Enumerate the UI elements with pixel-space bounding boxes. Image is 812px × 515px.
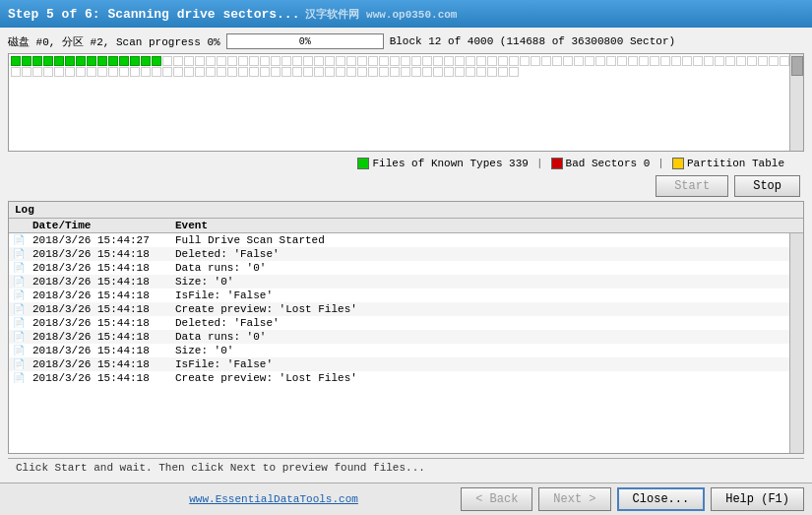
scan-cell (119, 67, 129, 77)
progress-text: 0% (227, 36, 383, 47)
legend-bad: Bad Sectors 0 (551, 158, 651, 169)
scan-cell (76, 56, 86, 66)
scan-cell (195, 67, 205, 77)
legend-files-label: Files of Known Types 339 (372, 158, 528, 169)
scan-cell (671, 56, 681, 66)
log-row: 📄 2018/3/26 15:44:18 IsFile: 'False' (9, 289, 803, 302)
log-row-icon: 📄 (9, 275, 29, 289)
website-link[interactable]: www.EssentialDataTools.com (189, 493, 358, 505)
scan-cell (217, 56, 226, 66)
scan-cell (260, 56, 270, 66)
scan-cell (747, 56, 757, 66)
scan-cell (585, 56, 594, 66)
log-row-event: Data runs: '0' (171, 261, 803, 275)
scan-cell (422, 56, 432, 66)
scan-cell (411, 67, 421, 77)
scan-cell (271, 67, 281, 77)
scan-cell (292, 67, 302, 77)
scan-scrollbar[interactable] (789, 54, 803, 151)
scan-cell (97, 56, 107, 66)
back-button[interactable]: < Back (461, 487, 532, 511)
log-row: 📄 2018/3/26 15:44:18 Deleted: 'False' (9, 316, 803, 330)
log-row: 📄 2018/3/26 15:44:18 Size: '0' (9, 275, 803, 289)
scan-cell (87, 67, 96, 77)
scan-cell (401, 56, 410, 66)
scan-cell (260, 67, 270, 77)
scan-cell (433, 56, 443, 66)
scan-cell (173, 56, 183, 66)
scan-cell (152, 67, 161, 77)
log-row-event: Deleted: 'False' (171, 316, 803, 330)
block-info: Block 12 of 4000 (114688 of 36300800 Sec… (390, 35, 675, 47)
legend-bad-box (551, 158, 563, 169)
start-button[interactable]: Start (656, 175, 728, 197)
scan-grid-wrapper (8, 53, 804, 152)
scan-cell (173, 67, 183, 77)
scan-cell (563, 56, 573, 66)
log-row: 📄 2018/3/26 15:44:27 Full Drive Scan Sta… (9, 233, 803, 247)
scan-cell (466, 56, 475, 66)
log-row-icon: 📄 (9, 289, 29, 302)
scan-cell (325, 56, 335, 66)
log-row-icon: 📄 (9, 330, 29, 344)
scan-cell (76, 67, 86, 77)
stop-button[interactable]: Stop (734, 175, 800, 197)
main-content: 磁盘 #0, 分区 #2, Scan progress 0% 0% Block … (0, 28, 812, 483)
scan-cell (195, 56, 205, 66)
step-title: Step 5 of 6: Scanning drive sectors... (8, 7, 299, 22)
scan-cell (509, 67, 519, 77)
scan-cell (357, 67, 367, 77)
scan-cell (303, 56, 313, 66)
scan-cell (336, 56, 345, 66)
scan-cell (390, 56, 400, 66)
progress-row: 磁盘 #0, 分区 #2, Scan progress 0% 0% Block … (8, 33, 804, 49)
bottom-right-buttons: < Back Next > Close... Help (F1) (461, 487, 804, 511)
log-row-icon: 📄 (9, 302, 29, 316)
scan-cell (476, 56, 486, 66)
scan-cell (325, 67, 335, 77)
log-row: 📄 2018/3/26 15:44:18 IsFile: 'False' (9, 357, 803, 371)
log-row: 📄 2018/3/26 15:44:18 Data runs: '0' (9, 330, 803, 344)
scan-cell (595, 56, 605, 66)
scan-cell (693, 56, 703, 66)
scan-cell (346, 56, 356, 66)
scan-cell (54, 67, 64, 77)
scan-cell (303, 67, 313, 77)
log-row-event: Data runs: '0' (171, 330, 803, 344)
next-button[interactable]: Next > (538, 487, 610, 511)
scan-cell (22, 67, 31, 77)
progress-bar: 0% (226, 33, 384, 49)
log-scrollbar[interactable] (789, 233, 803, 453)
scan-cell (227, 67, 237, 77)
scan-cell (725, 56, 735, 66)
log-row-datetime: 2018/3/26 15:44:18 (29, 289, 171, 302)
scan-cell (43, 67, 53, 77)
scan-cell (379, 56, 389, 66)
scan-cell (357, 56, 367, 66)
scan-cell (660, 56, 670, 66)
scan-cell (455, 56, 465, 66)
scan-cell (368, 67, 378, 77)
log-row-datetime: 2018/3/26 15:44:27 (29, 233, 171, 247)
scan-cell (498, 56, 508, 66)
log-section: Log Date/Time Event 📄 2018/3/26 15:44:27… (8, 201, 804, 454)
scan-cell (130, 67, 140, 77)
status-bar: Click Start and wait. Then click Next to… (8, 458, 804, 477)
log-header: Log (9, 202, 803, 219)
scrollbar-thumb (791, 56, 803, 76)
scan-cell (769, 56, 779, 66)
help-button[interactable]: Help (F1) (711, 487, 804, 511)
log-columns: Date/Time Event (9, 219, 803, 233)
log-row-event: IsFile: 'False' (171, 357, 803, 371)
scan-cell (108, 67, 118, 77)
scan-cell (736, 56, 746, 66)
scan-cell (238, 56, 248, 66)
scan-cell (206, 67, 216, 77)
scan-cell (552, 56, 562, 66)
legend-row: Files of Known Types 339 | Bad Sectors 0… (8, 156, 804, 171)
log-row-icon: 📄 (9, 233, 29, 247)
scan-cell (217, 67, 226, 77)
log-row-event: IsFile: 'False' (171, 289, 803, 302)
close-button[interactable]: Close... (617, 487, 706, 511)
scan-cell (368, 56, 378, 66)
